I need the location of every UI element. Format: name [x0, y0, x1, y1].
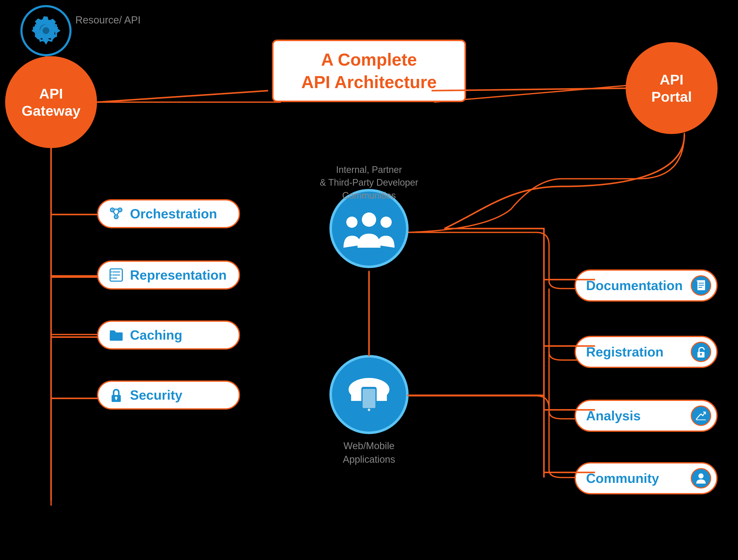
orchestration-label: Orchestration	[130, 206, 217, 221]
security-pill: Security	[97, 381, 240, 410]
svg-point-35	[110, 277, 112, 279]
resource-api-label: Resource/ API	[75, 13, 141, 27]
caching-pill: Caching	[97, 321, 240, 350]
webmobile-label: Web/MobileApplications	[343, 439, 395, 466]
registration-label: Registration	[586, 344, 686, 360]
title-box: A CompleteAPI Architecture	[272, 40, 466, 102]
orchestration-icon	[108, 206, 124, 221]
gear-icon-svg	[29, 14, 63, 47]
svg-point-14	[346, 216, 358, 228]
resource-circle	[20, 5, 71, 56]
api-gateway-circle: APIGateway	[5, 56, 97, 148]
orchestration-pill: Orchestration	[97, 199, 240, 228]
representation-label: Representation	[130, 267, 227, 283]
person-icon	[695, 472, 707, 484]
people-icon	[342, 208, 396, 249]
documentation-pill: Documentation	[575, 269, 718, 302]
security-icon	[108, 387, 124, 403]
title-text: A CompleteAPI Architecture	[294, 48, 444, 93]
document-icon	[695, 279, 707, 292]
portal-label: APIPortal	[652, 71, 692, 105]
registration-icon-circle	[691, 342, 711, 362]
svg-line-51	[97, 91, 268, 102]
analysis-pill: Analysis	[575, 400, 718, 432]
documentation-icon-circle	[691, 275, 711, 296]
registration-pill: Registration	[575, 336, 718, 368]
mobile-circle	[329, 355, 409, 434]
caching-label: Caching	[130, 328, 182, 343]
chart-icon	[695, 410, 707, 422]
svg-rect-36	[110, 333, 122, 341]
gateway-label: APIGateway	[22, 85, 80, 119]
representation-icon	[108, 267, 124, 283]
documentation-label: Documentation	[586, 278, 686, 293]
community-label: Community	[586, 471, 686, 486]
api-portal-circle: APIPortal	[626, 42, 718, 134]
cloud-mobile-icon	[341, 372, 397, 418]
analysis-icon-circle	[691, 406, 711, 426]
svg-point-15	[380, 216, 392, 228]
communities-label: Internal, Partner& Third-Party Developer…	[320, 163, 418, 202]
svg-point-33	[110, 271, 112, 273]
svg-point-27	[119, 209, 121, 211]
community-icon-circle	[691, 468, 711, 489]
representation-pill: Representation	[97, 260, 240, 290]
svg-point-26	[111, 209, 113, 211]
lock-open-icon	[695, 346, 707, 358]
diagram-container: Resource/ API APIGateway APIPortal A Com…	[0, 0, 738, 560]
analysis-label: Analysis	[586, 408, 686, 423]
svg-point-22	[368, 409, 370, 411]
svg-point-48	[698, 473, 704, 479]
community-pill: Community	[575, 462, 718, 494]
svg-point-28	[115, 216, 117, 217]
security-label: Security	[130, 387, 182, 403]
svg-rect-46	[700, 354, 702, 356]
svg-rect-39	[116, 398, 117, 400]
svg-point-34	[110, 274, 112, 276]
svg-point-13	[362, 212, 376, 227]
caching-icon	[108, 328, 124, 343]
svg-rect-21	[363, 389, 375, 408]
